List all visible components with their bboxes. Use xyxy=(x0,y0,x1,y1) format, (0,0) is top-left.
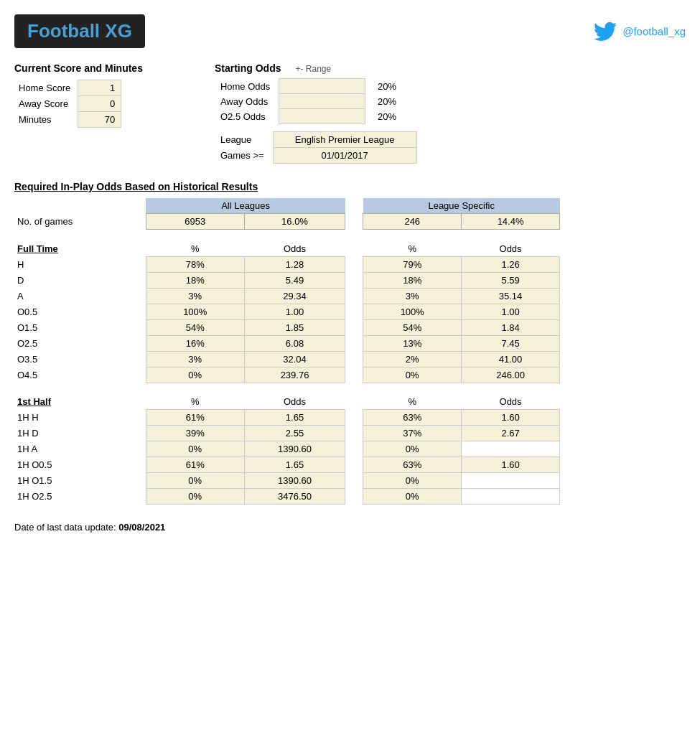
away-score-row: Away Score 0 xyxy=(14,96,121,112)
logo-highlight: XG xyxy=(105,20,132,42)
away-odds-row: Away Odds 20% xyxy=(215,94,409,109)
ft-o35-al-odds: 32.04 xyxy=(244,351,345,367)
all-leagues-pct: 16.0% xyxy=(244,214,345,230)
o25-odds-range: 20% xyxy=(365,109,409,124)
fh-ls-odds-header: Odds xyxy=(462,394,560,410)
logo-text: Football xyxy=(27,20,105,42)
ft-o25-row: O2.5 16% 6.08 13% 7.45 xyxy=(14,335,560,351)
ft-o45-al-pct: 0% xyxy=(146,367,244,383)
league-label: League xyxy=(215,132,273,148)
o25-odds-row: O2.5 Odds 20% xyxy=(215,109,409,124)
ft-o15-al-pct: 54% xyxy=(146,319,244,335)
ft-d-label: D xyxy=(14,272,146,288)
ft-al-odds-header: Odds xyxy=(244,241,345,257)
ft-a-al-odds: 29.34 xyxy=(244,288,345,304)
games-from-row: Games >= 01/01/2017 xyxy=(215,148,416,164)
ft-d-row: D 18% 5.49 18% 5.59 xyxy=(14,272,560,288)
fh-al-odds-header: Odds xyxy=(244,394,345,410)
fh-o05-ls-pct: 63% xyxy=(363,457,462,473)
home-odds-range: 20% xyxy=(365,79,409,94)
ft-o05-row: O0.5 100% 1.00 100% 1.00 xyxy=(14,304,560,319)
ft-a-al-pct: 3% xyxy=(146,288,244,304)
fh-o05-al-pct: 61% xyxy=(146,457,244,473)
away-odds-value[interactable] xyxy=(279,94,365,109)
full-time-header-row: Full Time % Odds % Odds xyxy=(14,241,560,257)
twitter-handle-text: @football_xg xyxy=(622,25,686,37)
ft-o45-ls-odds: 246.00 xyxy=(462,367,560,383)
games-from-label: Games >= xyxy=(215,148,273,164)
fh-o05-row: 1H O0.5 61% 1.65 63% 1.60 xyxy=(14,457,560,473)
fh-a-ls-odds-empty xyxy=(462,441,560,457)
away-odds-range: 20% xyxy=(365,94,409,109)
fh-al-pct-header: % xyxy=(146,394,244,410)
ft-o35-al-pct: 3% xyxy=(146,351,244,367)
ft-o15-row: O1.5 54% 1.85 54% 1.84 xyxy=(14,319,560,335)
fh-h-label: 1H H xyxy=(14,410,146,426)
fh-d-row: 1H D 39% 2.55 37% 2.67 xyxy=(14,426,560,441)
ft-ls-pct-header: % xyxy=(363,241,462,257)
home-score-value[interactable]: 1 xyxy=(78,80,121,96)
fh-o15-al-odds: 1390.60 xyxy=(244,473,345,489)
fh-o25-ls-pct: 0% xyxy=(363,489,462,505)
league-specific-games: 246 xyxy=(363,214,462,230)
league-table: League English Premier League Games >= 0… xyxy=(215,131,417,164)
away-score-label: Away Score xyxy=(14,96,78,112)
top-section: Current Score and Minutes Home Score 1 A… xyxy=(14,62,686,164)
fh-o25-row: 1H O2.5 0% 3476.50 0% xyxy=(14,489,560,505)
fh-d-ls-pct: 37% xyxy=(363,426,462,441)
ft-h-ls-odds: 1.26 xyxy=(462,256,560,272)
ft-a-ls-pct: 3% xyxy=(363,288,462,304)
fh-o15-row: 1H O1.5 0% 1390.60 0% xyxy=(14,473,560,489)
ft-d-al-pct: 18% xyxy=(146,272,244,288)
fh-d-al-odds: 2.55 xyxy=(244,426,345,441)
starting-odds-panel: Starting Odds +- Range Home Odds 20% Awa… xyxy=(215,62,417,164)
first-half-label: 1st Half xyxy=(14,394,146,410)
fh-a-al-pct: 0% xyxy=(146,441,244,457)
fh-a-label: 1H A xyxy=(14,441,146,457)
ft-a-row: A 3% 29.34 3% 35.14 xyxy=(14,288,560,304)
games-label: No. of games xyxy=(14,214,146,230)
fh-h-al-pct: 61% xyxy=(146,410,244,426)
current-score-title: Current Score and Minutes xyxy=(14,62,143,74)
fh-o25-al-pct: 0% xyxy=(146,489,244,505)
fh-o25-al-odds: 3476.50 xyxy=(244,489,345,505)
minutes-label: Minutes xyxy=(14,112,78,128)
twitter-icon xyxy=(594,20,617,43)
logo: Football XG xyxy=(14,14,145,48)
minutes-row: Minutes 70 xyxy=(14,112,121,128)
away-score-value[interactable]: 0 xyxy=(78,96,121,112)
fh-o05-ls-odds: 1.60 xyxy=(462,457,560,473)
fh-o05-label: 1H O0.5 xyxy=(14,457,146,473)
ft-o15-ls-odds: 1.84 xyxy=(462,319,560,335)
fh-a-row: 1H A 0% 1390.60 0% xyxy=(14,441,560,457)
minutes-value[interactable]: 70 xyxy=(78,112,121,128)
o25-odds-value[interactable] xyxy=(279,109,365,124)
fh-h-al-odds: 1.65 xyxy=(244,410,345,426)
ft-h-ls-pct: 79% xyxy=(363,256,462,272)
ft-o25-ls-pct: 13% xyxy=(363,335,462,351)
spacer-row-2 xyxy=(14,383,560,394)
fh-o15-al-pct: 0% xyxy=(146,473,244,489)
ft-o35-ls-odds: 41.00 xyxy=(462,351,560,367)
ft-ls-odds-header: Odds xyxy=(462,241,560,257)
ft-a-ls-odds: 35.14 xyxy=(462,288,560,304)
empty-header xyxy=(14,198,146,214)
away-odds-label: Away Odds xyxy=(215,94,279,109)
ft-h-label: H xyxy=(14,256,146,272)
ft-o25-ls-odds: 7.45 xyxy=(462,335,560,351)
games-from-value[interactable]: 01/01/2017 xyxy=(273,148,416,164)
home-odds-value[interactable] xyxy=(279,79,365,94)
first-half-header-row: 1st Half % Odds % Odds xyxy=(14,394,560,410)
ft-o15-ls-pct: 54% xyxy=(363,319,462,335)
ft-o15-label: O1.5 xyxy=(14,319,146,335)
twitter-handle: @football_xg xyxy=(594,20,686,43)
col-separator2 xyxy=(345,214,363,230)
ft-a-label: A xyxy=(14,288,146,304)
footer: Date of last data update: 09/08/2021 xyxy=(14,522,686,533)
full-time-label: Full Time xyxy=(14,241,146,257)
fh-a-ls-pct: 0% xyxy=(363,441,462,457)
ft-o35-label: O3.5 xyxy=(14,351,146,367)
starting-odds-title: Starting Odds xyxy=(215,62,281,74)
league-value[interactable]: English Premier League xyxy=(273,132,416,148)
ft-d-ls-pct: 18% xyxy=(363,272,462,288)
